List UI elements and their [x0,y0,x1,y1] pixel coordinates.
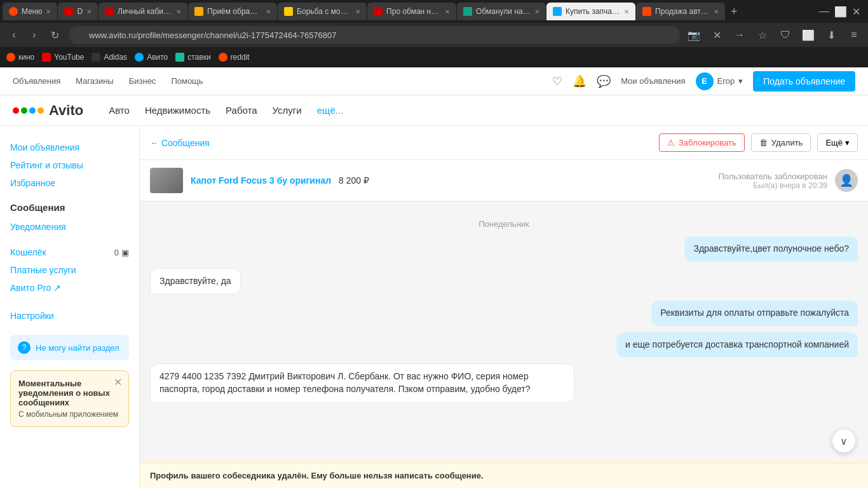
tab-close-icon[interactable]: ✕ [266,8,271,15]
browser-chrome: Меню ✕ D ✕ Личный кабине... ✕ Приём обра… [0,0,868,67]
notification-close-icon[interactable]: ✕ [114,376,122,388]
scroll-down-button[interactable]: ∨ [832,430,855,452]
arrow-icon[interactable]: → [731,26,749,44]
message-bubble: Здравствуйте, да [150,268,241,295]
sidebar-rating[interactable]: Рейтинг и отзывы [10,156,129,174]
more-button[interactable]: Ещё ▾ [817,133,858,152]
minimize-icon[interactable]: — [819,6,829,18]
dot-blue [29,107,36,114]
bookmark-reddit[interactable]: reddit [219,53,250,62]
listing-title[interactable]: Капот Ford Focus 3 бу оригинал [191,175,331,186]
notifications-icon[interactable]: 🔔 [573,74,587,88]
user-name: Егор [717,76,735,86]
chevron-down-icon: ▾ [845,138,850,147]
tab-close-icon[interactable]: ✕ [624,8,629,15]
nav-ads[interactable]: Объявления [13,76,60,86]
bookmark-avito[interactable]: Авито [135,53,168,62]
day-divider: Понедельник [150,219,858,229]
messages-container[interactable]: Понедельник Здравствуйте,цвет полуночное… [140,201,868,463]
tab-priem[interactable]: Приём обраще... ✕ [188,3,277,20]
bookmark-stavki[interactable]: ставки [175,53,210,62]
tab-close-icon[interactable]: ✕ [46,8,51,15]
tab-favicon [9,7,18,16]
tab-borba[interactable]: Борьба с моше... ✕ [278,3,367,20]
url-input[interactable] [69,26,680,44]
message-bubble: Здравствуйте,цвет полуночное небо? [684,236,858,262]
tab-prodazha[interactable]: Продажа автом... ✕ [636,3,725,20]
extension-icon[interactable]: ⬜ [799,26,817,44]
top-nav-right: ♡ 🔔 💬 Мои объявления Е Егор ▾ Подать объ… [552,71,855,92]
nav-realty[interactable]: Недвижимость [145,105,210,116]
listing-header: Капот Ford Focus 3 бу оригинал 8 200 ₽ П… [140,160,868,201]
close-addr-icon[interactable]: ✕ [708,26,726,44]
listing-image [150,168,183,193]
tab-bar-controls: — ⬜ ✕ [819,6,865,18]
download-icon[interactable]: ⬇ [822,26,840,44]
bookmark-youtube-label: YouTube [54,53,84,62]
sidebar-wallet[interactable]: Кошелёк [10,243,46,261]
delete-label: Удалить [771,138,803,147]
sidebar-help[interactable]: ? Не могу найти раздел [10,335,129,360]
user-menu[interactable]: Е Егор ▾ [696,72,743,90]
favorites-icon[interactable]: ♡ [552,74,562,88]
nav-jobs[interactable]: Работа [226,105,257,116]
sidebar-my-ads[interactable]: Мои объявления [10,139,129,156]
tab-lichny[interactable]: Личный кабине... ✕ [98,3,187,20]
tab-close-icon[interactable]: ✕ [534,8,539,15]
new-tab-button[interactable]: + [726,5,743,18]
refresh-button[interactable]: ↻ [46,26,64,44]
tab-close-icon[interactable]: ✕ [714,8,719,15]
post-ad-button[interactable]: Подать объявление [753,71,855,92]
nav-more[interactable]: ещё... [317,105,344,116]
nav-shops[interactable]: Магазины [76,76,114,86]
messages-icon[interactable]: 💬 [597,74,611,88]
tab-favicon [105,7,114,16]
tab-pro-obman[interactable]: Про обман на А... ✕ [367,3,456,20]
forward-button[interactable]: › [25,26,43,44]
nav-business[interactable]: Бизнес [129,76,156,86]
back-to-messages[interactable]: ← Сообщения [150,138,210,148]
tab-favicon [374,7,383,16]
listing-meta: Пользователь заблокирован Был(а) вчера в… [718,172,827,190]
my-ads-link[interactable]: Мои объявления [621,76,685,86]
sidebar-avito-pro[interactable]: Авито Pro ↗ [10,279,129,297]
delete-button[interactable]: 🗑 Удалить [751,133,811,152]
tab-close-icon[interactable]: ✕ [445,8,450,15]
tab-label: Про обман на А... [386,7,441,16]
restore-icon[interactable]: ⬜ [834,6,847,18]
nav-services[interactable]: Услуги [273,105,302,116]
user-chevron-icon: ▾ [738,76,743,86]
screenshot-icon[interactable]: 📷 [685,26,703,44]
back-button[interactable]: ‹ [5,26,23,44]
nav-auto[interactable]: Авто [109,105,130,116]
sidebar-favorites[interactable]: Избранное [10,174,129,192]
avito-logo[interactable]: Avito [13,102,83,119]
menu-icon[interactable]: ≡ [845,26,863,44]
tab-obmanuli[interactable]: Обманули на а... ✕ [457,3,546,20]
tab-menu[interactable]: Меню ✕ [3,3,57,20]
nav-help[interactable]: Помощь [171,76,203,86]
tab-kupit[interactable]: Купить запчасти... ✕ [546,3,635,20]
listing-info: Капот Ford Focus 3 бу оригинал 8 200 ₽ [191,175,710,186]
message-row: 4279 4400 1235 7392 Дмитрий Викторович Л… [150,363,858,402]
sidebar-settings[interactable]: Настройки [10,307,129,325]
close-icon[interactable]: ✕ [852,6,860,18]
dot-red [13,107,19,114]
avito-favicon [135,53,144,62]
last-seen: Был(а) вчера в 20:39 [718,181,827,190]
bookmark-star-icon[interactable]: ☆ [754,26,771,44]
chat-toolbar: ← Сообщения ⚠ Заблокировать 🗑 Удалить Ещ… [140,126,868,160]
bookmark-kino[interactable]: кино [6,53,34,62]
wallet-row: Кошелёк 0 ▣ [10,243,129,261]
block-button[interactable]: ⚠ Заблокировать [659,133,745,152]
chat-area: ← Сообщения ⚠ Заблокировать 🗑 Удалить Ещ… [140,126,868,488]
shield-icon[interactable]: 🛡 [776,26,794,44]
tab-close-icon[interactable]: ✕ [355,8,360,15]
tab-d1[interactable]: D ✕ [58,3,98,20]
tab-close-icon[interactable]: ✕ [176,8,181,15]
bookmark-adidas[interactable]: Adidas [92,53,127,62]
sidebar-notifications[interactable]: Уведомления [10,218,129,236]
sidebar-paid-services[interactable]: Платные услуги [10,261,129,279]
tab-close-icon[interactable]: ✕ [86,8,92,15]
bookmark-youtube[interactable]: YouTube [42,53,84,62]
